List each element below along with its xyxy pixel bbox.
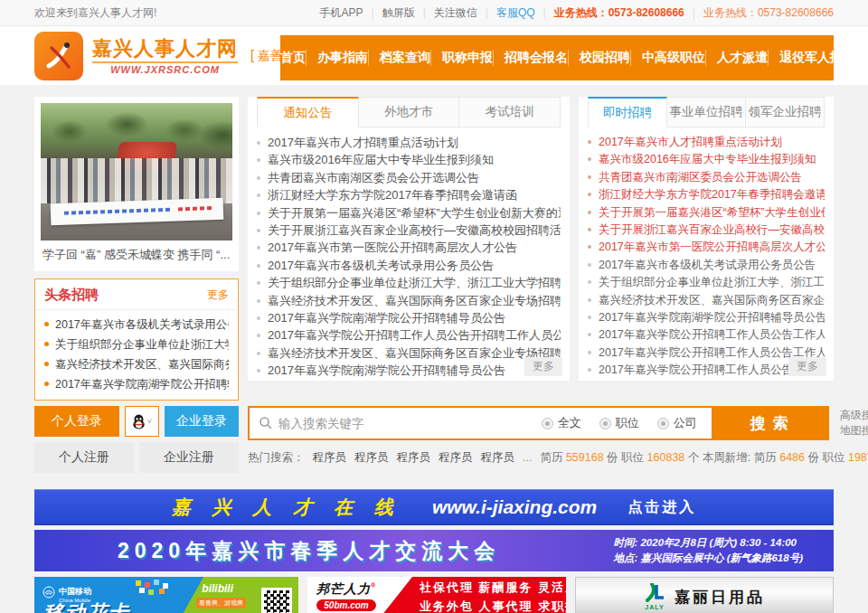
- list-item[interactable]: 2017年嘉兴学院公开招聘工作人员公告工作人员...: [588, 326, 825, 344]
- site-url: WWW.JXRSRC.COM: [92, 61, 238, 75]
- nav-item-guide[interactable]: 办事指南: [306, 50, 368, 66]
- personal-login-button[interactable]: 个人登录: [34, 406, 119, 437]
- hot-term[interactable]: 程序员: [481, 451, 515, 464]
- site-title[interactable]: 嘉兴人事人才网 WWW.JXRSRC.COM: [92, 37, 238, 75]
- list-item[interactable]: 2017年嘉兴市人才招聘重点活动计划: [588, 134, 825, 151]
- banner1-url: www.i-jiaxing.com: [432, 496, 597, 518]
- list-item[interactable]: 2017年嘉兴市各级机关考试录用公务员公告: [257, 257, 561, 274]
- list-item[interactable]: 关于组织部分企事业单位赴浙江大学、浙江工业大学招聘人才的...: [257, 274, 561, 291]
- radio-company[interactable]: 公司: [657, 415, 697, 431]
- list-item[interactable]: 嘉兴经济技术开发区、嘉兴国际商务...: [44, 354, 229, 374]
- resume-count: 559168: [566, 451, 604, 464]
- hot-term[interactable]: 程序员: [397, 451, 431, 464]
- tab-public-institution[interactable]: 事业单位招聘: [667, 97, 746, 127]
- topbar-link-touch[interactable]: 触屏版: [382, 5, 415, 21]
- ads-row: 中国移动China Mobile 移动花卡 bilibili 看番爽、游戏爽 季…: [34, 577, 834, 613]
- divider: |: [372, 6, 374, 19]
- list-item[interactable]: 嘉兴经济技术开发区、嘉兴国际商务区百家企业专场招聘会公告: [257, 292, 561, 309]
- jaly-logo-text: JALY: [645, 604, 664, 610]
- welcome-text: 欢迎来到嘉兴人事人才网!: [34, 5, 156, 21]
- jiaxing-talent-online-banner[interactable]: 嘉 兴 人 才 在 线 www.i-jiaxing.com 点击进入: [34, 489, 834, 525]
- topbar-link-qq[interactable]: 客服QQ: [496, 5, 535, 21]
- radio-fulltext[interactable]: 全文: [542, 415, 581, 431]
- nav-item-archives[interactable]: 档案查询: [368, 50, 430, 66]
- radio-position[interactable]: 职位: [599, 415, 639, 431]
- list-item[interactable]: 嘉兴市级2016年应届大中专毕业生报到须知: [257, 151, 561, 168]
- list-item[interactable]: 共青团嘉兴市南湖区委员会公开选调公告: [257, 169, 561, 186]
- tab-instant-recruit[interactable]: 即时招聘: [588, 97, 667, 127]
- spring-jobfair-banner[interactable]: 2020年嘉兴市春季人才交流大会 时间: 2020年2月8日 (周六) 8:30…: [34, 530, 834, 571]
- list-item[interactable]: 2017年嘉兴市各级机关考试录用公务员公告: [588, 257, 825, 274]
- tab-leading-enterprise[interactable]: 领军企业招聘: [746, 97, 825, 127]
- news-photo[interactable]: [41, 103, 232, 240]
- hot-term[interactable]: 程序员: [439, 451, 473, 464]
- list-item[interactable]: 关于开展第一届嘉兴港区“希望杯”大学生创业创新大赛的通知: [257, 204, 561, 222]
- china-mobile-ad[interactable]: 中国移动China Mobile 移动花卡 bilibili 看番爽、游戏爽 季…: [34, 577, 298, 613]
- tab-other-cities[interactable]: 外地才市: [359, 97, 460, 127]
- hot-term[interactable]: 程序员: [313, 451, 347, 464]
- hot-term-ellipsis: ...: [523, 451, 532, 464]
- nav-item-veterans[interactable]: 退役军人招聘: [768, 50, 855, 66]
- nav-item-campus[interactable]: 校园招聘: [568, 50, 630, 66]
- banner2-time: 时间: 2020年2月8日 (周六) 8:30 - 14:00: [613, 535, 803, 551]
- recruit-list: 2017年嘉兴市人才招聘重点活动计划 嘉兴市级2016年应届大中专毕业生报到须知…: [588, 134, 825, 380]
- nav-item-jobfair[interactable]: 招聘会报名: [493, 50, 568, 66]
- hot-search: 热门搜索：程序员程序员程序员程序员程序员...: [248, 450, 540, 466]
- company-register-button[interactable]: 企业注册: [139, 442, 239, 473]
- tab-exam-training[interactable]: 考试培训: [459, 97, 561, 127]
- topbar-link-wechat[interactable]: 关注微信: [434, 5, 477, 21]
- list-item[interactable]: 共青团嘉兴市南湖区委员会公开选调公告: [588, 169, 825, 186]
- search-button[interactable]: 搜索: [712, 408, 827, 439]
- list-item[interactable]: 嘉兴经济技术开发区、嘉兴国际商务区百家企业专...: [588, 292, 825, 309]
- nav-item-dispatch[interactable]: 人才派遣: [705, 50, 768, 66]
- recruit-more-link[interactable]: 更多: [788, 357, 826, 376]
- list-item[interactable]: 浙江财经大学东方学院2017年春季招聘会邀请函: [257, 186, 561, 203]
- chevron-down-icon: ˅: [147, 417, 152, 426]
- list-item[interactable]: 关于开展第一届嘉兴港区“希望杯”大学生创业创...: [588, 204, 825, 222]
- nav-item-title-apply[interactable]: 职称申报: [430, 50, 493, 66]
- list-item[interactable]: 2017年嘉兴学院南湖学院公开招聘辅导员公告: [257, 362, 561, 379]
- job-count: 160838: [647, 451, 685, 464]
- company-login-button[interactable]: 企业登录: [165, 406, 239, 437]
- list-item[interactable]: 2017年嘉兴学院南湖学院公开招聘辅导员公告: [257, 309, 561, 326]
- jaly-ad[interactable]: JALY 嘉丽日用品: [575, 577, 834, 613]
- tab-notice[interactable]: 通知公告: [257, 97, 359, 127]
- headline-more-link[interactable]: 更多: [207, 288, 229, 303]
- map-search-link[interactable]: 地图搜索: [840, 423, 868, 439]
- advanced-search-link[interactable]: 高级搜索: [840, 408, 868, 423]
- list-item[interactable]: 嘉兴市级2016年应届大中专毕业生报到须知: [588, 151, 825, 168]
- list-item[interactable]: 关于开展浙江嘉兴百家企业高校行—安徽高校校园招聘活动的通...: [257, 222, 561, 239]
- list-item[interactable]: 2017年嘉兴市第一医院公开招聘高层次人才公告: [257, 239, 561, 256]
- list-item[interactable]: 浙江财经大学东方学院2017年春季招聘会邀请函: [588, 186, 825, 203]
- nav-item-senior-jobs[interactable]: 中高级职位: [630, 50, 705, 66]
- hotline-secondary: 业务热线：0573-82608666: [703, 5, 834, 21]
- search-input[interactable]: [250, 408, 542, 439]
- news-photo-caption[interactable]: 学子回 “嘉” 感受禾城蝶变 携手同 “...: [41, 240, 232, 265]
- search-zone: 全文 职位 公司 搜索 高级搜索 地图搜索 热门搜索：程序员程序员程序员程序员程…: [248, 406, 868, 478]
- headline-list: 2017年嘉兴市各级机关考试录用公务... 关于组织部分企事业单位赴浙江大学..…: [35, 310, 238, 400]
- topbar-link-app[interactable]: 手机APP: [320, 5, 363, 21]
- search-icon: [259, 416, 273, 430]
- mobile-card-title: 移动花卡: [43, 599, 130, 613]
- qq-login-button[interactable]: ˅: [125, 406, 159, 437]
- personal-register-button[interactable]: 个人注册: [34, 442, 134, 473]
- list-item[interactable]: 2017年嘉兴市第一医院公开招聘高层次人才公告: [588, 239, 825, 256]
- list-item[interactable]: 关于组织部分企事业单位赴浙江大学...: [44, 335, 229, 354]
- notice-more-link[interactable]: 更多: [524, 357, 562, 376]
- list-item[interactable]: 关于开展浙江嘉兴百家企业高校行—安徽高校校园...: [588, 222, 825, 239]
- nav-item-home[interactable]: 首页: [280, 50, 306, 66]
- list-item[interactable]: 2017年嘉兴市人才招聘重点活动计划: [257, 134, 561, 151]
- list-item[interactable]: 2017年嘉兴学院南湖学院公开招聘辅...: [44, 374, 229, 394]
- list-item[interactable]: 2017年嘉兴市各级机关考试录用公务...: [44, 315, 229, 335]
- list-item[interactable]: 2017年嘉兴学院南湖学院公开招聘辅导员公告: [588, 309, 825, 326]
- site-name: 嘉兴人事人才网: [92, 37, 238, 61]
- list-item[interactable]: 嘉兴经济技术开发区、嘉兴国际商务区百家企业专场招聘会公告: [257, 344, 561, 362]
- list-item[interactable]: 2017年嘉兴学院公开招聘工作人员公告开招聘工作人员公告开...: [257, 326, 561, 344]
- notice-list: 2017年嘉兴市人才招聘重点活动计划 嘉兴市级2016年应届大中专毕业生报到须知…: [257, 134, 561, 380]
- hot-term[interactable]: 程序员: [354, 451, 389, 464]
- list-item[interactable]: 关于组织部分企事业单位赴浙江大学、浙江工业大...: [588, 274, 825, 291]
- new-resume-count: 6486: [779, 451, 805, 464]
- bangmang-hr-ad[interactable]: 邦芒人力® 50bm.com 社保代理 薪酬服务 灵活用工 业务外包 人事代理 …: [307, 577, 566, 613]
- bangmang-site: 50bm.com: [316, 599, 376, 611]
- site-logo-icon[interactable]: [34, 32, 83, 80]
